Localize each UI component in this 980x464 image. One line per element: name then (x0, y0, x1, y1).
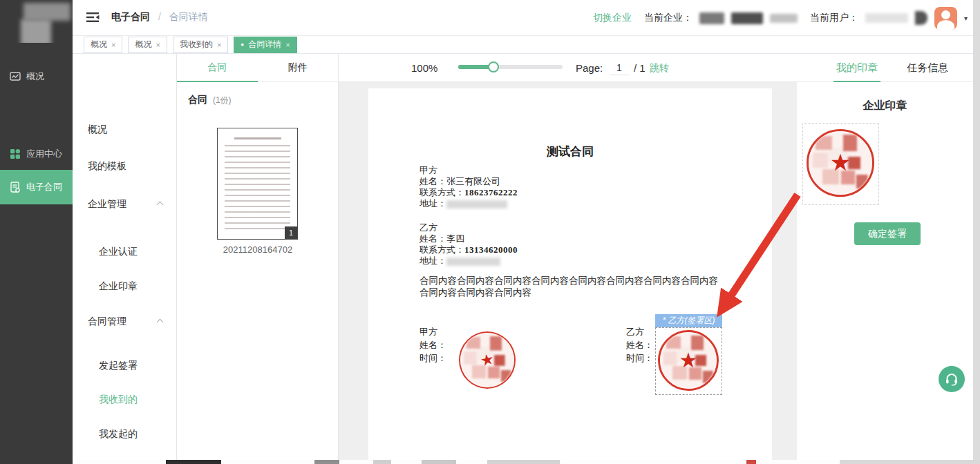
tab-my-seal[interactable]: 我的印章 (836, 54, 878, 82)
contract-body-text: 合同内容合同内容合同内容合同内容合同内容合同内容合同内容合同内容合同内容合同内容… (420, 275, 726, 298)
breadcrumb-econtract[interactable]: 电子合同 (111, 11, 150, 22)
logo-redacted-blur (23, 3, 70, 21)
submenu-group-contract-mgmt[interactable]: 合同管理 (73, 314, 176, 329)
contract-document-page: 测试合同 甲方 姓名：张三有限公司 联系方式：18623762222 地址： 乙… (368, 88, 772, 464)
avatar-person-icon (941, 10, 950, 19)
close-icon[interactable]: × (217, 41, 221, 49)
user-menu-caret-icon[interactable]: ▾ (964, 14, 968, 22)
sign-party-label: 甲方 (420, 325, 446, 338)
submenu-item-initiated[interactable]: 我发起的 (73, 427, 176, 442)
submenu-label: 企业印章 (99, 280, 138, 293)
tab-received[interactable]: 我收到的 × (173, 37, 228, 53)
sign-name-label: 姓名： (420, 338, 446, 351)
party-b-heading: 乙方 (420, 222, 518, 233)
chevron-up-icon (157, 202, 164, 209)
contact-label: 联系方式： (420, 187, 464, 197)
top-header: 电子合同 / 合同详情 切换企业 当前企业： 当前用户： ▾ (73, 0, 980, 36)
zoom-slider-thumb[interactable] (488, 61, 499, 72)
sign-party-label: 乙方 (626, 325, 653, 338)
redacted-address (446, 258, 500, 266)
confirm-sign-button[interactable]: 确定签署 (854, 222, 921, 245)
econtract-document-icon (10, 182, 21, 193)
document-viewer-area: 测试合同 甲方 姓名：张三有限公司 联系方式：18623762222 地址： 乙… (339, 82, 797, 464)
viewer-toolbar: 100% Page: / 1 跳转 我的印章 任务信息 (339, 54, 973, 82)
sidebar-item-econtract[interactable]: 电子合同 (0, 170, 73, 204)
submenu-item-company-seal[interactable]: 企业印章 (73, 279, 176, 294)
underlying-window-strip (73, 460, 980, 464)
company-seal-image[interactable]: ★ (807, 129, 874, 197)
tab-attachment[interactable]: 附件 (258, 54, 339, 81)
open-page-tabbar: 概况 × 概况 × 我收到的 × ● 合同详情 × (73, 36, 980, 54)
party-b-signature-labels: 乙方 姓名： 时间： (626, 325, 653, 365)
jump-to-page-link[interactable]: 跳转 (650, 62, 669, 75)
submenu-item-initiate-sign[interactable]: 发起签署 (73, 358, 176, 374)
redacted-company-name (699, 12, 724, 24)
tab-label: 合同 (207, 61, 227, 74)
app-grid-icon (10, 148, 21, 160)
redacted-user-name (865, 13, 908, 23)
window-fragment (166, 460, 221, 464)
redacted-user-name (915, 11, 927, 25)
collapse-menu-icon[interactable] (86, 12, 100, 23)
line-chart-icon (10, 71, 21, 82)
contract-page-thumbnail[interactable]: 1 (217, 128, 298, 240)
thumbnail-text-placeholder (225, 145, 290, 229)
party-b-name: 姓名：李四 (420, 233, 518, 244)
tab-overview-1[interactable]: 概况 × (84, 37, 122, 53)
redacted-company-name (770, 14, 798, 23)
submenu-label: 概况 (88, 124, 107, 136)
sidebar-item-label: 概况 (26, 70, 44, 83)
submenu-item-my-templates[interactable]: 我的模板 (73, 159, 176, 174)
party-a-heading: 甲方 (420, 165, 518, 176)
zoom-level-value: 100% (411, 62, 437, 74)
tab-label: 我收到的 (180, 39, 213, 50)
tab-overview-2[interactable]: 概况 × (128, 37, 167, 53)
close-icon[interactable]: × (285, 41, 290, 49)
submenu-label: 企业认证 (99, 246, 138, 258)
sidebar-item-label: 应用中心 (26, 148, 62, 160)
party-b-info: 乙方 姓名：李四 联系方式：13134620000 地址： (420, 222, 518, 267)
switch-company-link[interactable]: 切换企业 (593, 12, 632, 24)
tab-label: 合同详情 (248, 39, 281, 50)
party-a-name: 姓名：张三有限公司 (420, 176, 518, 187)
sidebar-item-overview[interactable]: 概况 (0, 64, 73, 89)
primary-sidebar: 概况 应用中心 电子合同 (0, 0, 73, 464)
current-company-label: 当前企业： (644, 12, 692, 24)
tab-contract-detail[interactable]: ● 合同详情 × (234, 37, 296, 53)
close-icon[interactable]: × (111, 41, 115, 49)
submenu-label: 发起签署 (99, 360, 138, 372)
thumbnail-caption: 20211208164702 (177, 244, 339, 255)
sidebar-item-label: 电子合同 (26, 181, 62, 193)
submenu-label: 我发起的 (99, 428, 138, 441)
page-total: / 1 (634, 62, 646, 74)
customer-service-button[interactable] (939, 366, 965, 392)
party-b-sign-zone[interactable]: ★ (655, 327, 722, 395)
submenu-label: 企业管理 (88, 198, 126, 211)
tab-contract[interactable]: 合同 (177, 54, 258, 81)
submenu-item-overview[interactable]: 概况 (73, 122, 176, 137)
sidebar-item-app-center[interactable]: 应用中心 (0, 142, 73, 166)
page-number-input[interactable] (610, 60, 629, 75)
address-label: 地址： (420, 255, 446, 266)
company-seal-draggable[interactable]: ★ (802, 123, 879, 205)
document-title: 测试合同 (368, 144, 772, 160)
contact-number: 18623762222 (464, 187, 518, 197)
breadcrumb: 电子合同 / 合同详情 (111, 11, 208, 23)
zoom-slider[interactable] (458, 65, 563, 69)
party-a-address: 地址： (420, 198, 518, 209)
contact-number: 13134620000 (464, 244, 518, 255)
party-b-company-seal[interactable]: ★ (658, 330, 719, 391)
address-label: 地址： (420, 198, 446, 209)
submenu-item-received[interactable]: 我收到的 (73, 392, 176, 407)
sign-time-label: 时间： (626, 351, 653, 365)
close-icon[interactable]: × (156, 41, 160, 49)
submenu-label: 我的模板 (88, 160, 126, 173)
tab-task-info[interactable]: 任务信息 (907, 54, 948, 82)
user-avatar[interactable] (934, 7, 957, 30)
list-title-text: 合同 (188, 94, 207, 105)
submenu-item-company-cert[interactable]: 企业认证 (73, 244, 176, 260)
app-window: 概况 应用中心 电子合同 电子合同 / 合同详情 切换企业 当前企业： 当前用户… (0, 0, 980, 464)
window-fragment (840, 460, 980, 464)
redacted-company-name (731, 12, 763, 24)
submenu-group-company-mgmt[interactable]: 企业管理 (73, 197, 176, 212)
